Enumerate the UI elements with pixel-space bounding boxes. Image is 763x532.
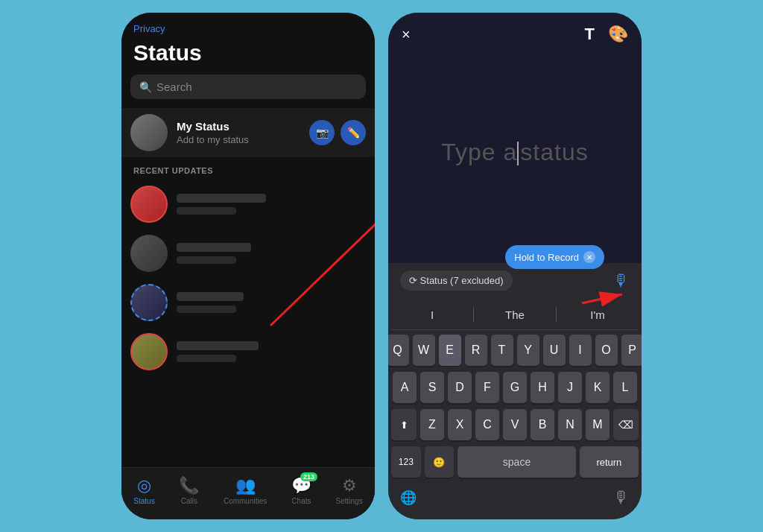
bottom-keyboard-bar: 🌐 🎙 <box>391 484 639 512</box>
keyboard-row-4: 123 🙂 space return <box>391 446 639 478</box>
update-time <box>177 256 236 264</box>
list-item[interactable] <box>121 229 375 278</box>
key-z[interactable]: Z <box>420 409 444 440</box>
key-j[interactable]: J <box>558 372 582 403</box>
word-suggestions: I The I'm <box>391 303 639 330</box>
shift-key[interactable]: ⬆ <box>391 409 417 440</box>
nav-label-chats: Chats <box>291 497 311 505</box>
communities-icon: 👥 <box>235 476 256 495</box>
update-info <box>177 341 366 362</box>
key-m[interactable]: M <box>586 409 610 440</box>
update-name <box>177 194 266 203</box>
suggestion-the[interactable]: The <box>474 308 556 321</box>
avatar <box>130 235 168 272</box>
suggestion-i[interactable]: I <box>391 308 473 321</box>
phone-left: Privacy Status 🔍 Search My Status Add to… <box>121 13 375 519</box>
avatar <box>130 333 168 370</box>
nav-status[interactable]: ◎ Status <box>133 476 154 505</box>
status-actions: 📷 ✏️ <box>309 120 366 145</box>
key-r[interactable]: R <box>465 335 487 366</box>
close-button[interactable]: × <box>402 26 411 43</box>
edit-button[interactable]: ✏️ <box>341 120 366 145</box>
key-o[interactable]: O <box>595 335 618 366</box>
nav-calls[interactable]: 📞 Calls <box>179 476 199 505</box>
suggestion-im[interactable]: I'm <box>557 308 639 321</box>
emoji-key[interactable]: 🙂 <box>425 446 455 478</box>
delete-key[interactable]: ⌫ <box>613 409 639 440</box>
key-k[interactable]: K <box>586 372 610 403</box>
nav-communities[interactable]: 👥 Communities <box>224 476 267 505</box>
recent-updates-label: RECENT UPDATES <box>121 157 375 180</box>
nav-label-communities: Communities <box>224 497 267 505</box>
chats-badge: 213 <box>300 472 317 481</box>
key-u[interactable]: U <box>543 335 566 366</box>
calls-icon: 📞 <box>179 476 199 495</box>
nav-settings[interactable]: ⚙ Settings <box>336 476 363 505</box>
update-time <box>177 305 236 313</box>
my-status-name: My Status <box>177 120 300 133</box>
key-q[interactable]: Q <box>388 335 409 366</box>
hold-to-record-label: Hold to Record <box>514 252 579 263</box>
list-item[interactable] <box>121 327 375 376</box>
text-format-button[interactable]: T <box>585 25 595 44</box>
nav-label-settings: Settings <box>336 497 363 505</box>
update-info <box>177 243 366 264</box>
search-placeholder: Search <box>156 80 192 93</box>
bubble-close-button[interactable]: ✕ <box>583 251 595 263</box>
nav-chats[interactable]: 💬 213 Chats <box>291 476 311 505</box>
update-info <box>177 292 366 313</box>
mic-blue-icon[interactable]: 🎙 <box>613 271 630 291</box>
space-key[interactable]: space <box>458 446 576 478</box>
numbers-key[interactable]: 123 <box>391 446 421 478</box>
palette-button[interactable]: 🎨 <box>608 25 628 44</box>
key-t[interactable]: T <box>491 335 513 366</box>
update-name <box>177 341 259 350</box>
globe-icon[interactable]: 🌐 <box>400 490 417 506</box>
phone-right: × T 🎨 Type astatus Hold to Record ✕ <box>388 13 642 519</box>
key-i[interactable]: I <box>569 335 592 366</box>
badge-container: 💬 213 <box>291 476 311 495</box>
list-item[interactable] <box>121 180 375 229</box>
key-b[interactable]: B <box>531 409 554 440</box>
list-item[interactable] <box>121 278 375 327</box>
keyboard-row-1: Q W E R T Y U I O P <box>391 335 639 366</box>
right-top-actions: T 🎨 <box>585 25 628 44</box>
update-info <box>177 194 366 215</box>
keyboard: I The I'm Q W E R T Y U I O P A S D F G … <box>388 298 642 519</box>
key-d[interactable]: D <box>448 372 472 403</box>
status-excluded-text: ⟳ Status (7 excluded) <box>409 275 504 286</box>
my-status-info: My Status Add to my status <box>177 120 300 145</box>
key-f[interactable]: F <box>475 372 499 403</box>
key-a[interactable]: A <box>393 372 417 403</box>
key-v[interactable]: V <box>503 409 527 440</box>
avatar <box>130 186 168 223</box>
update-time <box>177 355 236 362</box>
update-name <box>177 292 244 301</box>
key-w[interactable]: W <box>413 335 435 366</box>
keyboard-row-3: ⬆ Z X C V B N M ⌫ <box>391 409 639 440</box>
key-s[interactable]: S <box>420 372 444 403</box>
search-bar[interactable]: 🔍 Search <box>130 75 366 99</box>
status-excluded[interactable]: ⟳ Status (7 excluded) <box>400 270 513 291</box>
key-g[interactable]: G <box>503 372 527 403</box>
nav-label-status: Status <box>133 497 154 505</box>
update-time <box>177 207 236 215</box>
key-y[interactable]: Y <box>517 335 539 366</box>
key-p[interactable]: P <box>621 335 642 366</box>
key-n[interactable]: N <box>558 409 582 440</box>
left-screen: Privacy Status 🔍 Search My Status Add to… <box>121 13 375 519</box>
type-status-area[interactable]: Type astatus <box>388 53 642 251</box>
hold-to-record-bubble[interactable]: Hold to Record ✕ <box>505 245 604 269</box>
privacy-link[interactable]: Privacy <box>121 13 375 37</box>
key-c[interactable]: C <box>475 409 499 440</box>
key-h[interactable]: H <box>531 372 554 403</box>
my-status-row[interactable]: My Status Add to my status 📷 ✏️ <box>121 108 375 157</box>
search-icon: 🔍 <box>139 81 152 93</box>
mic-bottom-icon[interactable]: 🎙 <box>613 488 630 507</box>
key-e[interactable]: E <box>439 335 461 366</box>
camera-button[interactable]: 📷 <box>309 120 335 145</box>
update-name <box>177 243 251 252</box>
key-x[interactable]: X <box>448 409 472 440</box>
key-l[interactable]: L <box>613 372 637 403</box>
return-key[interactable]: return <box>580 446 639 478</box>
